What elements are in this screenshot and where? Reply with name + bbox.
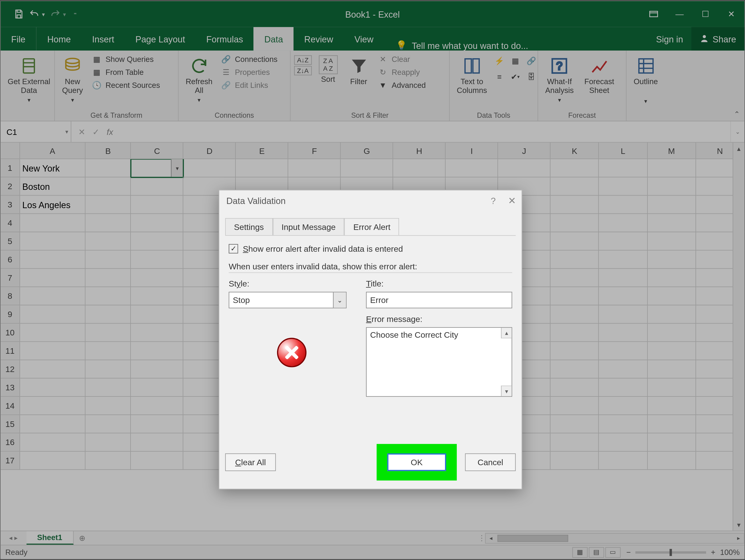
column-header-E[interactable]: E [236,143,288,159]
column-header-B[interactable]: B [86,143,131,159]
cell-M8[interactable] [647,287,696,306]
cancel-formula-icon[interactable]: ✕ [78,127,86,136]
title-input[interactable]: Error [366,292,512,308]
cell-K7[interactable] [551,269,599,287]
collapse-ribbon-icon[interactable]: ⌃ [734,110,740,119]
close-dialog-icon[interactable]: ✕ [508,195,516,206]
row-header-6[interactable]: 6 [1,251,20,269]
advanced-button[interactable]: ▼Advanced [377,79,427,91]
dialog-tab-input-message[interactable]: Input Message [273,218,345,235]
scroll-up-icon[interactable]: ▲ [733,143,744,154]
cell-C9[interactable] [131,305,184,323]
row-header-4[interactable]: 4 [1,214,20,232]
column-header-A[interactable]: A [20,143,86,159]
chevron-down-icon[interactable]: ⌄ [333,292,346,308]
row-header-12[interactable]: 12 [1,360,20,378]
ok-button[interactable]: OK [387,454,446,471]
cell-M11[interactable] [647,342,696,360]
show-queries-button[interactable]: ▦Show Queries [90,53,161,65]
cell-K8[interactable] [551,287,599,306]
cell-L9[interactable] [599,305,647,323]
cell-B14[interactable] [86,397,131,415]
sheet-nav[interactable]: ◂ ▸ [1,534,27,542]
text-to-columns-button[interactable]: Text to Columns [453,53,491,98]
tab-insert[interactable]: Insert [82,27,125,51]
cell-A6[interactable] [20,251,86,269]
row-header-11[interactable]: 11 [1,342,20,360]
help-icon[interactable]: ? [491,195,496,205]
cell-B1[interactable] [86,159,131,177]
refresh-all-button[interactable]: Refresh All▾ [182,53,216,105]
manage-data-model-icon[interactable]: 🗄 [526,71,537,82]
page-break-view-icon[interactable]: ▭ [605,547,620,557]
cell-B3[interactable] [86,196,131,214]
cell-C12[interactable] [131,360,184,378]
cell-A11[interactable] [20,342,86,360]
cell-C2[interactable] [131,177,184,196]
cell-L1[interactable] [599,159,647,177]
cell-M10[interactable] [647,323,696,342]
cell-M13[interactable] [647,378,696,397]
cell-D1[interactable] [184,159,236,177]
edit-links-button[interactable]: 🔗Edit Links [220,79,279,91]
undo-more-icon[interactable]: ▾ [42,11,48,18]
scroll-down-icon[interactable]: ▼ [733,519,744,531]
ribbon-display-options-icon[interactable] [641,1,667,27]
cell-K1[interactable] [551,159,599,177]
cell-L13[interactable] [599,378,647,397]
cell-C11[interactable] [131,342,184,360]
cell-K2[interactable] [551,177,599,196]
relationships-icon[interactable]: 🔗 [526,55,537,66]
cell-A5[interactable] [20,232,86,251]
cell-M17[interactable] [647,452,696,470]
cell-B13[interactable] [86,378,131,397]
error-message-textarea[interactable]: Choose the Correct City ▲ ▼ [366,327,512,397]
cell-K12[interactable] [551,360,599,378]
cell-K11[interactable] [551,342,599,360]
properties-button[interactable]: ☰Properties [220,66,279,77]
zoom-slider[interactable] [636,551,706,553]
cell-B7[interactable] [86,269,131,287]
cell-K3[interactable] [551,196,599,214]
cell-K6[interactable] [551,251,599,269]
column-header-H[interactable]: H [393,143,446,159]
column-header-M[interactable]: M [647,143,696,159]
tab-review[interactable]: Review [293,27,344,51]
cell-M15[interactable] [647,415,696,433]
cell-A15[interactable] [20,415,86,433]
row-header-8[interactable]: 8 [1,287,20,306]
row-header-14[interactable]: 14 [1,397,20,415]
row-header-15[interactable]: 15 [1,415,20,433]
tab-file[interactable]: File [1,27,37,51]
cell-M5[interactable] [647,232,696,251]
cell-B15[interactable] [86,415,131,433]
cell-F1[interactable] [288,159,341,177]
cell-A7[interactable] [20,269,86,287]
cell-C17[interactable] [131,452,184,470]
sort-desc-button[interactable]: Z↓A [294,66,312,75]
cell-M16[interactable] [647,433,696,452]
cell-L10[interactable] [599,323,647,342]
cell-K10[interactable] [551,323,599,342]
tab-view[interactable]: View [344,27,384,51]
outline-button[interactable]: Outline▾ [630,53,661,106]
cell-C8[interactable] [131,287,184,306]
cell-L14[interactable] [599,397,647,415]
data-validation-icon[interactable]: ✔▾ [510,71,521,82]
cell-K14[interactable] [551,397,599,415]
show-error-checkbox[interactable]: ✓ [229,244,238,254]
new-sheet-button[interactable]: ⊕ [73,534,91,542]
tab-home[interactable]: Home [37,27,81,51]
cell-G1[interactable] [341,159,393,177]
cell-K16[interactable] [551,433,599,452]
cell-L2[interactable] [599,177,647,196]
get-external-data-button[interactable]: Get External Data▾ [4,53,54,105]
cell-J1[interactable] [498,159,550,177]
dialog-tab-error-alert[interactable]: Error Alert [345,218,399,235]
cell-B2[interactable] [86,177,131,196]
cell-L12[interactable] [599,360,647,378]
cell-C14[interactable] [131,397,184,415]
select-all-cell[interactable] [1,143,20,159]
row-header-17[interactable]: 17 [1,452,20,470]
cell-B16[interactable] [86,433,131,452]
